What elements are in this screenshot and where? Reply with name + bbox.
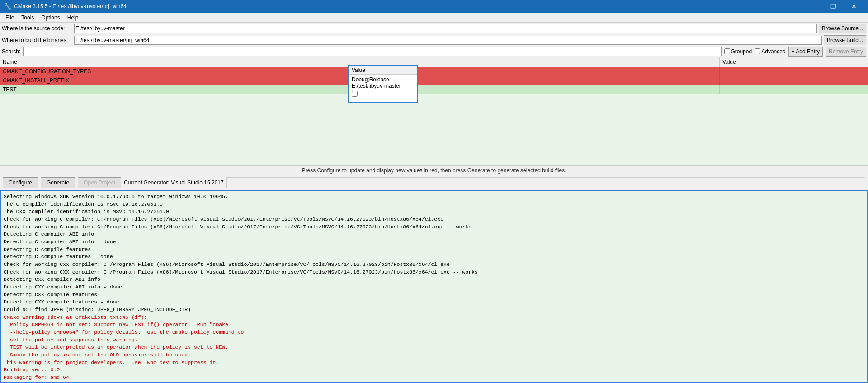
grouped-label: Grouped <box>731 48 752 55</box>
value-popup: Value Debug;Release; E:/test/libyuv-mast… <box>348 65 418 103</box>
table-row[interactable]: TEST <box>0 85 868 94</box>
console-line: The CXX compiler identification is MSVC … <box>4 208 864 216</box>
menu-bar: File Tools Options Help <box>0 13 868 23</box>
console-line: Detecting CXX compiler ABI info - done <box>4 284 864 291</box>
table-row[interactable]: CMAKE_INSTALL_PREFIX <box>0 76 868 85</box>
console-line: Check for working C compiler: C:/Program… <box>4 223 864 231</box>
status-text: Press Configure to update and display ne… <box>302 167 566 174</box>
browse-source-button[interactable]: Browse Source... <box>819 24 866 33</box>
title-bar: 🔧 CMake 3.15.5 - E:/test/libyuv-master/p… <box>0 0 868 13</box>
generate-button[interactable]: Generate <box>41 177 75 188</box>
source-label: Where is the source code: <box>2 25 74 32</box>
console-line: CMake Warning (dev) at CMakeLists.txt:45… <box>4 314 864 322</box>
console-line: --help-policy CMP0064" for policy detail… <box>4 329 864 336</box>
app-icon: 🔧 <box>4 3 11 10</box>
search-row: Search: Grouped Advanced + Add Entry Rem… <box>0 46 868 57</box>
console-line: Selecting Windows SDK version 10.0.17763… <box>4 193 864 201</box>
console-line: set the policy and suppress this warning… <box>4 336 864 344</box>
console-line: Building ver.: 0.0. <box>4 366 864 374</box>
console-line: Could NOT find JPEG (missing: JPEG_LIBRA… <box>4 306 864 314</box>
add-entry-button[interactable]: + Add Entry <box>788 47 823 57</box>
console-line: Packaging for: amd-64 <box>4 374 864 382</box>
console-line: This warning is for project developers. … <box>4 359 864 367</box>
advanced-checkbox[interactable] <box>755 48 760 54</box>
scrollbar-area[interactable] <box>226 177 865 188</box>
search-input[interactable] <box>23 47 721 56</box>
console-line: TEST will be interpreted as an operator … <box>4 344 864 351</box>
menu-file[interactable]: File <box>2 14 18 22</box>
minimize-button[interactable]: – <box>802 0 823 13</box>
config-table: Name Value CMAKE_CONFIGURATION_TYPESCMAK… <box>0 57 868 94</box>
console-line: Detecting CXX compile features <box>4 291 864 299</box>
console-line: Detecting C compile features - done <box>4 253 864 261</box>
table-container[interactable]: Name Value CMAKE_CONFIGURATION_TYPESCMAK… <box>0 57 868 165</box>
console-area[interactable]: Selecting Windows SDK version 10.0.17763… <box>0 190 868 383</box>
menu-options[interactable]: Options <box>38 14 63 22</box>
remove-entry-button: Remove Entry <box>826 47 866 57</box>
popup-checkbox-row <box>352 91 415 98</box>
configure-button[interactable]: Configure <box>3 177 38 188</box>
console-line: Policy CMP0064 is not set: Support new T… <box>4 321 864 329</box>
table-row[interactable]: CMAKE_CONFIGURATION_TYPES <box>0 67 868 76</box>
advanced-label: Advanced <box>761 48 785 55</box>
console-line: Detecting C compiler ABI info <box>4 231 864 238</box>
grouped-checkbox[interactable] <box>724 48 730 54</box>
popup-line-2: E:/test/libyuv-master <box>352 83 415 89</box>
status-bar: Press Configure to update and display ne… <box>0 165 868 175</box>
advanced-checkbox-label[interactable]: Advanced <box>755 48 785 55</box>
window-title: CMake 3.15.5 - E:/test/libyuv-master/prj… <box>14 3 127 9</box>
build-path-row: Where to build the binaries: Browse Buil… <box>0 34 868 46</box>
generator-label: Current Generator: Visual Studio 15 2017 <box>124 180 224 186</box>
console-line: Check for working CXX compiler: C:/Progr… <box>4 269 864 276</box>
console-line: Check for working C compiler: C:/Program… <box>4 216 864 223</box>
cell-value <box>719 76 868 85</box>
title-bar-left: 🔧 CMake 3.15.5 - E:/test/libyuv-master/p… <box>4 3 127 10</box>
console-line: Detecting CXX compiler ABI info <box>4 276 864 284</box>
menu-tools[interactable]: Tools <box>18 14 38 22</box>
source-path-row: Where is the source code: Browse Source.… <box>0 23 868 34</box>
console-line: Check for working CXX compiler: C:/Progr… <box>4 261 864 269</box>
value-popup-content: Debug;Release; E:/test/libyuv-master <box>349 75 417 102</box>
console-line: Detecting C compile features <box>4 246 864 254</box>
browse-build-button[interactable]: Browse Build... <box>824 35 866 45</box>
col-value: Value <box>719 57 868 67</box>
console-line: Since the policy is not set the OLD beha… <box>4 351 864 359</box>
popup-checkbox[interactable] <box>352 91 358 97</box>
console-line: Detecting C compiler ABI info - done <box>4 238 864 246</box>
main-area: Where is the source code: Browse Source.… <box>0 23 868 383</box>
menu-help[interactable]: Help <box>64 14 82 22</box>
cell-value <box>719 67 868 76</box>
popup-line-1: Debug;Release; <box>352 76 415 83</box>
console-line: The C compiler identification is MSVC 19… <box>4 201 864 208</box>
value-popup-header: Value <box>349 66 417 75</box>
title-bar-controls: – ❐ ✕ <box>802 0 864 13</box>
build-input[interactable] <box>74 36 822 45</box>
build-label: Where to build the binaries: <box>2 37 74 43</box>
grouped-checkbox-label[interactable]: Grouped <box>724 48 752 55</box>
source-input[interactable] <box>74 24 817 33</box>
close-button[interactable]: ✕ <box>844 0 864 13</box>
button-bar: Configure Generate Open Project Current … <box>0 175 868 190</box>
console-line: Detecting CXX compile features - done <box>4 298 864 306</box>
table-area: Name Value CMAKE_CONFIGURATION_TYPESCMAK… <box>0 57 868 165</box>
restore-button[interactable]: ❐ <box>823 0 844 13</box>
cell-value <box>719 85 868 94</box>
open-project-button: Open Project <box>78 177 121 188</box>
search-label: Search: <box>2 48 20 55</box>
